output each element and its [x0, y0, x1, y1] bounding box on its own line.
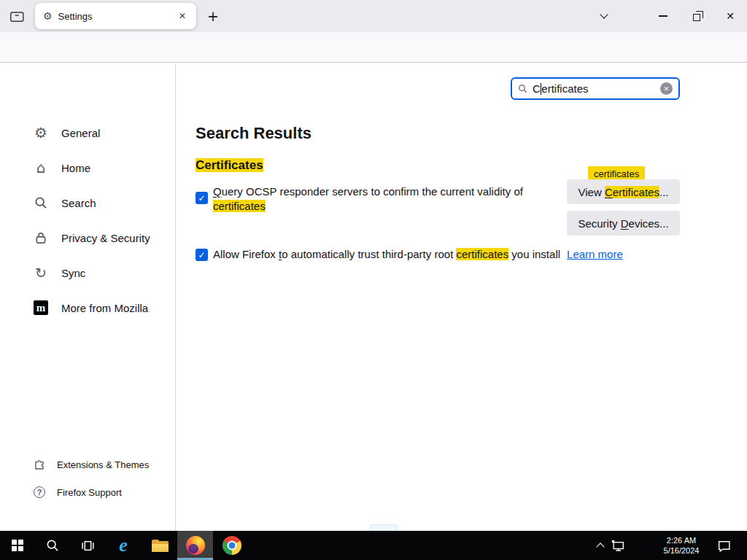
clock-time: 2:26 AM: [667, 535, 696, 545]
folder-icon: [152, 540, 169, 552]
sidebar-footer-label: Extensions & Themes: [57, 459, 149, 470]
search-icon: [518, 84, 527, 93]
firefox-view-icon[interactable]: [6, 7, 28, 26]
sync-icon: ↻: [33, 265, 49, 281]
question-icon: ?: [33, 486, 46, 499]
internet-explorer-button[interactable]: e: [112, 531, 134, 560]
mozilla-logo: m: [33, 300, 49, 316]
tab-settings[interactable]: ⚙ Settings ✕: [35, 3, 196, 29]
gear-icon: ⚙: [43, 10, 53, 22]
sidebar-item-more-from-mozilla[interactable]: m More from Mozilla: [0, 290, 175, 325]
chevron-down-icon: [600, 10, 608, 18]
tab-close-icon[interactable]: ✕: [175, 9, 190, 23]
action-center-button[interactable]: [713, 531, 734, 560]
tab-list-dropdown[interactable]: [595, 9, 613, 23]
learn-more-link[interactable]: Learn more: [567, 248, 623, 260]
clear-search-icon[interactable]: ✕: [660, 82, 673, 95]
ocsp-checkbox-label[interactable]: Query OCSP responder servers to confirm …: [213, 184, 523, 214]
sidebar-item-label: General: [61, 127, 100, 139]
taskbar: e !: [0, 531, 747, 560]
sidebar-item-label: Sync: [61, 267, 85, 279]
task-view-button[interactable]: [77, 531, 98, 560]
firefox-taskbar-button[interactable]: [177, 531, 213, 560]
window-minimize-button[interactable]: [652, 6, 674, 26]
settings-sidebar: ⚙ General ⌂ Home Search: [0, 115, 175, 325]
clock-date: 5/16/2024: [664, 545, 700, 556]
sidebar-item-label: Privacy & Security: [61, 232, 150, 244]
sidebar-item-sync[interactable]: ↻ Sync: [0, 255, 175, 290]
puzzle-icon: [33, 458, 46, 471]
ocsp-checkbox[interactable]: ✓: [196, 192, 208, 204]
search-input-value: Certificates: [533, 82, 589, 95]
window-close-button[interactable]: ✕: [719, 6, 741, 26]
search-highlight-tooltip: certificates: [588, 166, 645, 181]
windows-logo-icon: [12, 540, 23, 551]
start-button[interactable]: [7, 531, 28, 560]
sidebar-item-extensions-themes[interactable]: Extensions & Themes: [33, 453, 149, 476]
sidebar-item-home[interactable]: ⌂ Home: [0, 150, 175, 185]
lock-icon: [33, 230, 49, 246]
tray-expand-button[interactable]: [594, 531, 607, 560]
window-restore-button[interactable]: [686, 6, 708, 26]
firefox-logo-icon: [186, 536, 205, 555]
restore-icon: [693, 14, 700, 21]
settings-page: ⚙ General ⌂ Home Search: [0, 63, 747, 531]
file-explorer-button[interactable]: [149, 531, 171, 560]
internet-explorer-icon: e: [119, 536, 128, 555]
browser-toolbar: ← → ↻ Firefox about:preferences#searchRe…: [0, 32, 747, 63]
minimize-icon: [659, 15, 667, 17]
sidebar-item-label: Search: [61, 197, 96, 209]
page-title: Search Results: [196, 124, 311, 143]
taskbar-search-button[interactable]: [42, 531, 63, 560]
taskbar-clock[interactable]: 2:26 AM 5/16/2024: [658, 531, 705, 560]
sidebar-footer-label: Firefox Support: [57, 487, 122, 498]
home-icon: ⌂: [33, 160, 49, 176]
sidebar-item-general[interactable]: ⚙ General: [0, 115, 175, 150]
gear-icon: ⚙: [33, 125, 49, 141]
desktop: ⚙ Settings ✕ + ✕ ← → ↻ Firefox about:pre…: [0, 0, 747, 560]
chevron-up-icon: [596, 542, 604, 551]
sidebar-item-label: Home: [61, 162, 90, 174]
search-icon: [46, 539, 59, 552]
network-tray-icon[interactable]: [610, 531, 626, 560]
settings-search-input[interactable]: Certificates ✕: [511, 77, 680, 100]
task-view-icon: [81, 540, 95, 552]
tab-title: Settings: [58, 11, 175, 22]
notification-icon: [717, 540, 731, 552]
chrome-taskbar-button[interactable]: [220, 531, 244, 560]
search-icon: [33, 195, 49, 211]
new-tab-button[interactable]: +: [204, 7, 222, 26]
trust-root-certs-label[interactable]: Allow Firefox to automatically trust thi…: [213, 248, 560, 260]
partial-popup: [370, 524, 398, 531]
sidebar-separator: [175, 63, 176, 531]
section-header-certificates: Certificates: [196, 158, 263, 173]
sidebar-item-label: More from Mozilla: [61, 302, 148, 314]
sidebar-item-search[interactable]: Search: [0, 185, 175, 220]
sidebar-item-firefox-support[interactable]: ? Firefox Support: [33, 481, 122, 504]
security-devices-button[interactable]: Security Devices...: [567, 211, 680, 236]
browser-titlebar: ⚙ Settings ✕ + ✕: [0, 0, 747, 32]
sidebar-item-privacy-security[interactable]: Privacy & Security: [0, 220, 175, 255]
chrome-logo-icon: [222, 536, 241, 555]
view-certificates-button[interactable]: View Certificates...: [567, 179, 680, 204]
trust-root-certs-checkbox[interactable]: ✓: [196, 249, 208, 261]
